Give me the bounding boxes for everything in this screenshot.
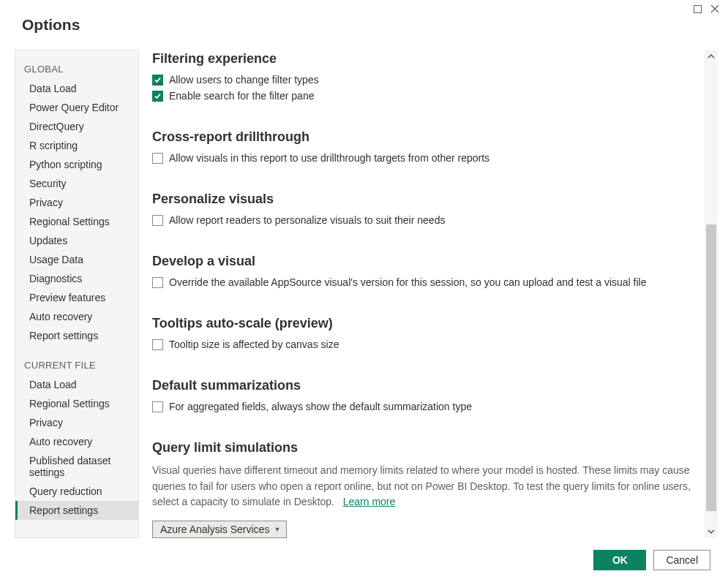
sidebar-item-security[interactable]: Security: [15, 174, 138, 193]
checkbox-develop[interactable]: [152, 277, 163, 288]
label-personalize: Allow report readers to personalize visu…: [169, 214, 445, 226]
checkbox-tooltips[interactable]: [152, 339, 163, 350]
checkbox-personalize[interactable]: [152, 215, 163, 226]
sidebar-item-diagnostics[interactable]: Diagnostics: [15, 269, 138, 288]
cancel-button[interactable]: Cancel: [653, 550, 710, 570]
capacity-dropdown[interactable]: Azure Analysis Services ▼: [152, 521, 287, 538]
label-tooltips: Tooltip size is affected by canvas size: [169, 339, 339, 350]
sidebar-item-updates[interactable]: Updates: [15, 231, 138, 250]
sidebar-item-auto-recovery[interactable]: Auto recovery: [15, 432, 138, 451]
sidebar-item-preview-features[interactable]: Preview features: [15, 288, 138, 307]
scroll-up-arrow-icon[interactable]: [705, 50, 718, 63]
dialog-title: Options: [0, 0, 728, 34]
sidebar-item-python-scripting[interactable]: Python scripting: [15, 155, 138, 174]
svg-rect-0: [694, 5, 701, 12]
close-button[interactable]: [706, 1, 724, 16]
sidebar-item-published-dataset-settings[interactable]: Published dataset settings: [15, 451, 138, 482]
checkbox-filter-search[interactable]: [152, 91, 163, 102]
scrollbar-track[interactable]: [705, 63, 718, 525]
sidebar-item-privacy[interactable]: Privacy: [15, 193, 138, 212]
checkbox-crossreport[interactable]: [152, 153, 163, 164]
sidebar: GLOBAL Data LoadPower Query EditorDirect…: [15, 50, 139, 538]
checkbox-filter-types[interactable]: [152, 75, 163, 86]
section-heading-develop: Develop a visual: [152, 254, 696, 269]
label-filter-types: Allow users to change filter types: [169, 74, 319, 86]
sidebar-item-usage-data[interactable]: Usage Data: [15, 250, 138, 269]
maximize-button[interactable]: [688, 1, 706, 16]
label-develop: Override the available AppSource visual'…: [169, 276, 646, 288]
sidebar-header-global: GLOBAL: [15, 58, 138, 79]
capacity-dropdown-value: Azure Analysis Services: [160, 524, 269, 535]
chevron-down-icon: ▼: [274, 526, 280, 533]
content-pane: Filtering experience Allow users to chan…: [152, 50, 700, 538]
sidebar-item-query-reduction[interactable]: Query reduction: [15, 482, 138, 501]
checkbox-defaultsum[interactable]: [152, 401, 163, 412]
section-heading-crossreport: Cross-report drillthrough: [152, 129, 696, 145]
sidebar-item-data-load[interactable]: Data Load: [15, 79, 138, 98]
sidebar-item-regional-settings[interactable]: Regional Settings: [15, 212, 138, 231]
sidebar-item-privacy[interactable]: Privacy: [15, 413, 138, 432]
querylimit-desc-text: Visual queries have different timeout an…: [152, 464, 691, 507]
label-defaultsum: For aggregated fields, always show the d…: [169, 401, 472, 412]
sidebar-item-report-settings[interactable]: Report settings: [15, 326, 138, 345]
sidebar-item-regional-settings[interactable]: Regional Settings: [15, 394, 138, 413]
scrollbar-thumb[interactable]: [706, 224, 716, 511]
section-heading-filtering: Filtering experience: [152, 51, 696, 67]
sidebar-item-auto-recovery[interactable]: Auto recovery: [15, 307, 138, 326]
sidebar-item-directquery[interactable]: DirectQuery: [15, 117, 138, 136]
sidebar-item-r-scripting[interactable]: R scripting: [15, 136, 138, 155]
sidebar-header-current: CURRENT FILE: [15, 354, 138, 375]
sidebar-item-power-query-editor[interactable]: Power Query Editor: [15, 98, 138, 117]
content-scrollbar[interactable]: [705, 50, 718, 538]
label-filter-search: Enable search for the filter pane: [169, 90, 314, 102]
section-heading-personalize: Personalize visuals: [152, 192, 696, 207]
learn-more-link[interactable]: Learn more: [343, 496, 396, 507]
section-heading-defaultsum: Default summarizations: [152, 378, 696, 393]
scroll-down-arrow-icon[interactable]: [705, 525, 718, 538]
section-heading-tooltips: Tooltips auto-scale (preview): [152, 316, 696, 331]
label-crossreport: Allow visuals in this report to use dril…: [169, 152, 489, 164]
sidebar-item-report-settings[interactable]: Report settings: [15, 501, 138, 520]
sidebar-item-data-load[interactable]: Data Load: [15, 375, 138, 394]
ok-button[interactable]: OK: [593, 550, 646, 570]
section-heading-querylimit: Query limit simulations: [152, 440, 696, 456]
querylimit-description: Visual queries have different timeout an…: [152, 463, 696, 510]
